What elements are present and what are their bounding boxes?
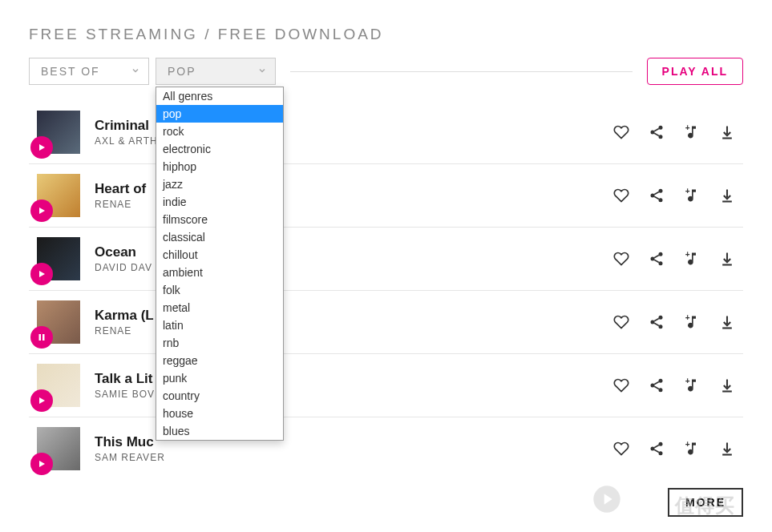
genre-option[interactable]: jazz [156, 175, 283, 193]
svg-point-3 [659, 135, 663, 139]
chevron-down-icon [131, 65, 140, 78]
svg-point-49 [593, 486, 620, 512]
genre-option[interactable]: ambient [156, 264, 283, 281]
share-icon[interactable] [649, 441, 665, 457]
download-icon[interactable] [719, 251, 735, 267]
genre-option[interactable]: reggae [156, 352, 283, 369]
track-actions: + [613, 251, 743, 267]
sort-dropdown-label: BEST OF [41, 65, 100, 78]
share-icon[interactable] [649, 377, 665, 393]
svg-point-42 [659, 442, 663, 446]
more-button[interactable]: MORE [668, 488, 743, 517]
svg-line-21 [654, 260, 659, 262]
genre-option[interactable]: metal [156, 299, 283, 316]
svg-text:+: + [685, 251, 690, 259]
download-icon[interactable] [719, 441, 735, 457]
track-actions: + [613, 124, 743, 140]
genre-option[interactable]: electronic [156, 140, 283, 158]
svg-marker-8 [39, 208, 45, 214]
genre-option[interactable]: indie [156, 193, 283, 211]
play-button[interactable] [30, 389, 53, 412]
genre-option[interactable]: hiphop [156, 158, 283, 175]
svg-line-12 [654, 191, 659, 194]
svg-point-9 [659, 189, 663, 193]
pause-button[interactable] [30, 326, 53, 349]
add-playlist-icon[interactable]: + [684, 377, 700, 393]
genre-dropdown-button[interactable]: POP [156, 58, 276, 85]
divider [290, 71, 633, 72]
genre-option[interactable]: rock [156, 123, 283, 140]
svg-line-20 [654, 255, 659, 257]
share-icon[interactable] [649, 314, 665, 330]
download-icon[interactable] [719, 314, 735, 330]
genre-option[interactable]: punk [156, 369, 283, 387]
genre-option[interactable]: pop [156, 105, 283, 123]
share-icon[interactable] [649, 187, 665, 204]
share-icon[interactable] [649, 124, 665, 140]
track-row: Ocean DAVID DAV + [29, 227, 743, 290]
share-icon[interactable] [649, 251, 665, 267]
add-playlist-icon[interactable]: + [684, 251, 700, 267]
genre-dropdown-list[interactable]: All genrespoprockelectronichiphopjazzind… [156, 87, 284, 441]
genre-option[interactable]: filmscore [156, 211, 283, 228]
genre-option[interactable]: rnb [156, 334, 283, 352]
svg-point-34 [659, 379, 663, 383]
svg-point-10 [651, 194, 655, 198]
heart-icon[interactable] [613, 124, 629, 140]
genre-option[interactable]: folk [156, 281, 283, 299]
genre-option[interactable]: chillout [156, 246, 283, 264]
genre-dropdown-label: POP [168, 65, 196, 78]
genre-option[interactable]: classical [156, 228, 283, 246]
heart-icon[interactable] [613, 377, 629, 393]
track-artist[interactable]: SAM REAVER [95, 452, 167, 463]
svg-line-38 [654, 386, 659, 389]
add-playlist-icon[interactable]: + [684, 187, 700, 204]
track-row: Talk a Lit SAMIE BOV + [29, 353, 743, 417]
genre-option[interactable]: latin [156, 316, 283, 334]
play-button[interactable] [30, 136, 53, 159]
svg-text:+: + [685, 441, 690, 449]
play-button[interactable] [30, 200, 53, 222]
svg-point-28 [659, 324, 663, 328]
track-row: Heart of RENAE + [29, 163, 743, 227]
svg-marker-33 [39, 397, 45, 404]
add-playlist-icon[interactable]: + [684, 314, 700, 330]
svg-rect-24 [39, 334, 42, 341]
genre-dropdown[interactable]: POP All genrespoprockelectronichiphopjaz… [156, 58, 276, 85]
download-icon[interactable] [719, 124, 735, 140]
svg-marker-41 [39, 461, 45, 467]
play-button[interactable] [30, 453, 53, 475]
genre-option[interactable]: country [156, 387, 283, 405]
svg-line-46 [654, 449, 659, 452]
genre-option[interactable]: house [156, 405, 283, 422]
album-art-wrap [37, 300, 80, 344]
heart-icon[interactable] [613, 441, 629, 457]
track-row: Criminal AXL & ARTH + [29, 101, 743, 163]
track-actions: + [613, 377, 743, 393]
svg-point-17 [659, 252, 663, 256]
chevron-down-icon [257, 65, 267, 78]
svg-line-37 [654, 381, 659, 384]
play-button[interactable] [30, 263, 53, 285]
heart-icon[interactable] [613, 187, 629, 204]
heart-icon[interactable] [613, 251, 629, 267]
svg-text:+: + [685, 124, 690, 132]
genre-option[interactable]: All genres [156, 87, 283, 105]
download-icon[interactable] [719, 377, 735, 393]
add-playlist-icon[interactable]: + [684, 441, 700, 457]
sort-dropdown[interactable]: BEST OF [29, 58, 149, 85]
heart-icon[interactable] [613, 314, 629, 330]
add-playlist-icon[interactable]: + [684, 124, 700, 140]
svg-rect-25 [42, 334, 45, 341]
svg-point-26 [659, 316, 663, 320]
svg-point-35 [651, 384, 655, 388]
svg-point-36 [659, 388, 663, 392]
track-actions: + [613, 441, 743, 457]
play-all-button[interactable]: PLAY ALL [647, 58, 743, 85]
download-icon[interactable] [719, 187, 735, 204]
track-list: Criminal AXL & ARTH + Heart of RENAE + [29, 101, 743, 480]
svg-line-30 [654, 323, 659, 325]
sort-dropdown-button[interactable]: BEST OF [29, 58, 149, 85]
genre-option[interactable]: blues [156, 422, 283, 440]
track-actions: + [613, 314, 743, 330]
